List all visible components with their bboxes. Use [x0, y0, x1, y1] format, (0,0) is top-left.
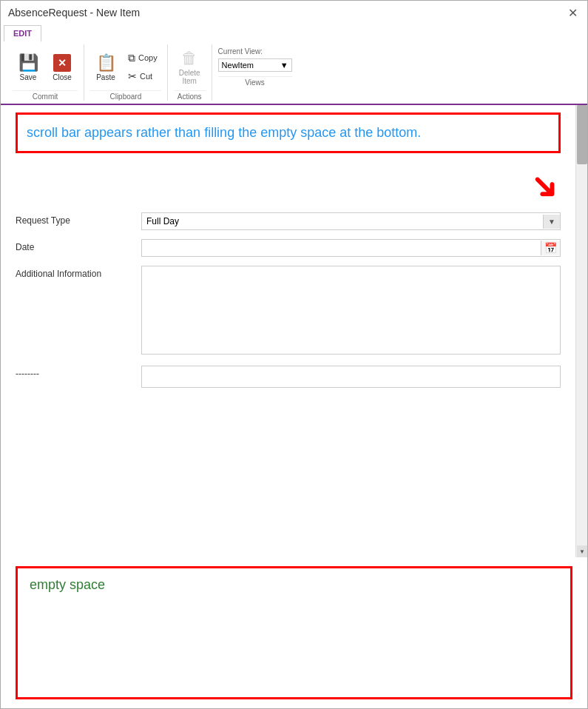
copy-icon: ⧉	[128, 52, 135, 64]
date-field: 📅	[141, 239, 561, 257]
arrow-container: ➜	[16, 165, 561, 206]
additional-info-field	[141, 266, 561, 357]
date-input[interactable]	[142, 240, 541, 256]
views-dropdown-arrow: ▼	[280, 61, 288, 70]
clipboard-buttons: 📋 Paste ⧉ Copy ✂ Cut	[90, 44, 161, 89]
scrollbar-thumb[interactable]	[577, 105, 587, 164]
views-group-label: Views	[218, 76, 292, 87]
main-window: AbsenceRequest - New Item ✕ EDIT 💾 Save …	[0, 0, 588, 709]
request-type-label: Request Type	[16, 212, 141, 226]
ribbon-content: 💾 Save ✕ Close Commit 📋	[1, 41, 587, 104]
window-title: AbsenceRequest - New Item	[8, 7, 140, 19]
ribbon-group-commit: 💾 Save ✕ Close Commit	[7, 44, 84, 101]
close-button[interactable]: ✕ Close	[47, 49, 78, 85]
save-button[interactable]: 💾 Save	[13, 49, 44, 85]
clipboard-group-label: Clipboard	[90, 90, 161, 101]
top-annotation-text: scroll bar appears rather than filling t…	[27, 124, 550, 142]
red-arrow-icon: ➜	[521, 161, 571, 211]
paste-button[interactable]: 📋 Paste	[90, 49, 121, 85]
commit-buttons: 💾 Save ✕ Close	[13, 44, 78, 89]
select-arrow-icon: ▼	[543, 215, 560, 229]
paste-label: Paste	[96, 73, 115, 81]
scrollbar-arrow-down[interactable]: ▼	[577, 545, 587, 557]
paste-icon: 📋	[95, 53, 116, 73]
empty-space-text: empty space	[30, 577, 558, 593]
save-icon: 💾	[18, 53, 38, 73]
additional-info-row: Additional Information	[16, 266, 561, 357]
ribbon: EDIT 💾 Save ✕ Close Co	[1, 24, 587, 105]
delete-item-button[interactable]: 🗑 DeleteItem	[174, 44, 206, 89]
cut-label: Cut	[140, 72, 152, 81]
ribbon-group-clipboard: 📋 Paste ⧉ Copy ✂ Cut Clipboar	[84, 44, 168, 101]
commit-group-label: Commit	[13, 90, 78, 101]
cut-button[interactable]: ✂ Cut	[124, 68, 161, 84]
request-type-row: Request Type Full Day Half Day Hourly ▼	[16, 212, 561, 230]
ribbon-group-views: Current View: NewItem ▼ Views	[212, 44, 298, 101]
main-content: scroll bar appears rather than filling t…	[1, 105, 587, 557]
additional-info-textarea[interactable]	[141, 266, 561, 354]
tab-edit[interactable]: EDIT	[4, 25, 41, 42]
truncated-label-text: --------	[16, 369, 39, 379]
ribbon-group-actions: 🗑 DeleteItem Actions	[168, 44, 212, 101]
delete-icon: 🗑	[179, 48, 200, 69]
request-type-field: Full Day Half Day Hourly ▼	[141, 212, 561, 230]
calendar-icon[interactable]: 📅	[541, 241, 560, 255]
truncated-row: --------	[16, 366, 561, 388]
views-dropdown[interactable]: NewItem ▼	[218, 58, 292, 72]
window-close-button[interactable]: ✕	[565, 5, 580, 20]
title-bar: AbsenceRequest - New Item ✕	[1, 1, 587, 24]
actions-buttons: 🗑 DeleteItem	[174, 44, 206, 89]
copy-button[interactable]: ⧉ Copy	[124, 50, 161, 67]
close-icon: ✕	[52, 53, 72, 73]
ribbon-tabs: EDIT	[1, 24, 587, 41]
request-type-select[interactable]: Full Day Half Day Hourly	[142, 213, 543, 229]
date-row: Date 📅	[16, 239, 561, 257]
date-label: Date	[16, 239, 141, 252]
truncated-field	[141, 366, 561, 388]
delete-label: DeleteItem	[179, 69, 200, 85]
current-view-label: Current View:	[218, 47, 292, 56]
save-label: Save	[20, 73, 37, 81]
actions-group-label: Actions	[174, 90, 206, 101]
copy-label: Copy	[138, 53, 158, 62]
views-dropdown-value: NewItem	[222, 61, 254, 70]
cut-icon: ✂	[128, 70, 137, 82]
request-type-select-wrapper: Full Day Half Day Hourly ▼	[141, 212, 561, 230]
truncated-label: --------	[16, 366, 141, 379]
close-label: Close	[53, 73, 72, 81]
scrollbar-track: ▲ ▼	[575, 105, 587, 557]
empty-space-box: empty space	[16, 566, 572, 699]
form-area: scroll bar appears rather than filling t…	[1, 105, 575, 557]
top-annotation-box: scroll bar appears rather than filling t…	[16, 112, 561, 153]
copy-cut-buttons: ⧉ Copy ✂ Cut	[124, 50, 161, 84]
date-field-wrapper: 📅	[141, 239, 561, 257]
bottom-area: empty space	[1, 557, 587, 708]
truncated-input[interactable]	[141, 366, 561, 388]
additional-info-label: Additional Information	[16, 266, 141, 279]
